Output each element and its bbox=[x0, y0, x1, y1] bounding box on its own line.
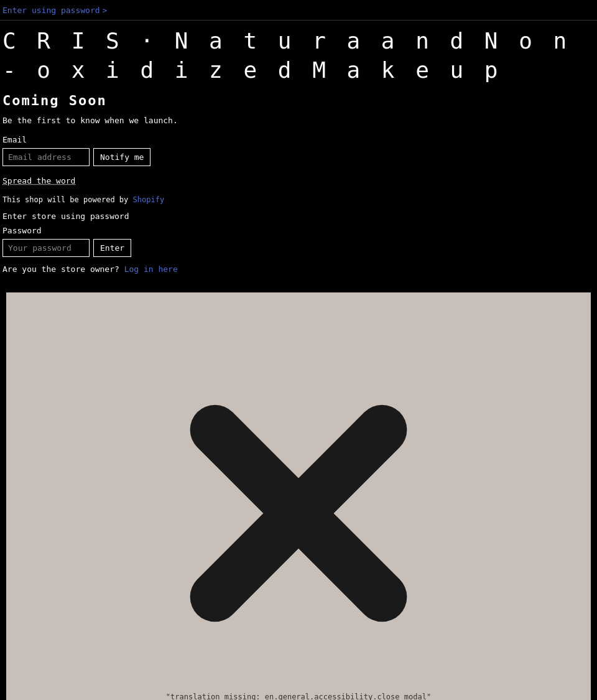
enter-password-link-text: Enter using password bbox=[2, 6, 100, 15]
email-input[interactable] bbox=[2, 148, 90, 166]
email-form: Notify me bbox=[2, 148, 595, 166]
enter-password-link[interactable]: Enter using password > bbox=[2, 6, 107, 15]
powered-by-label: This shop will be powered by bbox=[2, 195, 128, 204]
enter-store-text: Enter store using password bbox=[2, 212, 595, 221]
enter-button[interactable]: Enter bbox=[93, 239, 131, 257]
modal-overlay: "translation missing: en.general.accessi… bbox=[6, 292, 591, 700]
spread-word-text: Spread the word bbox=[2, 176, 595, 185]
password-label: Password bbox=[2, 226, 595, 235]
be-first-text: Be the first to know when we launch. bbox=[2, 116, 595, 125]
password-input[interactable] bbox=[2, 239, 90, 257]
close-modal-label: "translation missing: en.general.accessi… bbox=[161, 688, 436, 700]
x-icon-container bbox=[6, 339, 591, 688]
store-owner-label: Are you the store owner? bbox=[2, 264, 119, 274]
email-label: Email bbox=[2, 135, 595, 144]
password-section: Enter store using password Password Ente… bbox=[2, 212, 595, 257]
arrow-icon: > bbox=[103, 6, 108, 15]
password-form: Enter bbox=[2, 239, 595, 257]
top-bar: Enter using password > bbox=[0, 0, 597, 21]
store-owner-text: Are you the store owner? Log in here bbox=[2, 264, 595, 274]
notify-button[interactable]: Notify me bbox=[93, 148, 150, 166]
close-x-icon[interactable] bbox=[143, 358, 454, 669]
powered-by-text: This shop will be powered by Shopify bbox=[2, 195, 595, 204]
store-title: C R I S · N a t u r a a n d N o n - o x … bbox=[2, 27, 595, 85]
log-in-link[interactable]: Log in here bbox=[124, 264, 178, 274]
main-content: C R I S · N a t u r a a n d N o n - o x … bbox=[0, 21, 597, 290]
email-section: Email Notify me bbox=[2, 135, 595, 166]
coming-soon-heading: Coming Soon bbox=[2, 93, 595, 108]
shopify-link[interactable]: Shopify bbox=[133, 195, 165, 204]
